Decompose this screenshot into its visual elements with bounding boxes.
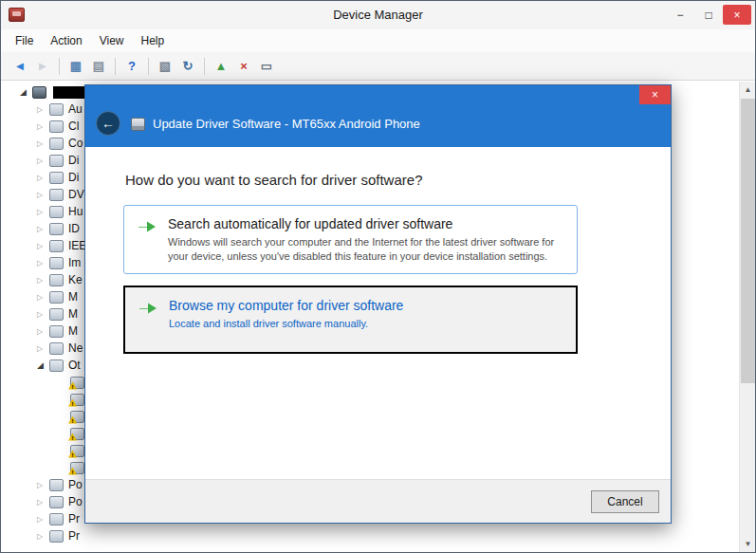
warning-icon: ! [68, 399, 77, 407]
expand-arrow-icon[interactable]: ▷ [37, 259, 49, 267]
tree-item-label: M [68, 307, 78, 321]
option-browse-computer[interactable]: Browse my computer for driver software L… [123, 286, 578, 354]
tree-item-label: Im [68, 256, 81, 269]
toolbar-separator [59, 58, 60, 75]
expand-arrow-icon[interactable]: ▷ [37, 105, 49, 114]
device-category-icon [49, 138, 64, 150]
tree-item-label: Co [68, 137, 83, 150]
tree-item-label: Ke [68, 273, 83, 286]
window-close-button[interactable]: × [723, 5, 751, 25]
toolbar-separator [148, 58, 149, 75]
expand-arrow-icon[interactable]: ▷ [37, 498, 49, 507]
tree-item[interactable]: ▷Pr [1, 527, 739, 544]
device-category-icon [49, 479, 64, 491]
update-driver-icon[interactable]: ▲ [211, 56, 231, 77]
menu-action[interactable]: Action [42, 31, 90, 50]
option-description: Locate and install driver software manua… [169, 317, 562, 331]
tree-item-label: Cl [68, 120, 79, 133]
tree-item-label: Ne [68, 341, 83, 355]
expand-arrow-icon[interactable]: ▷ [37, 191, 49, 199]
hid-icon [49, 206, 64, 218]
tree-item-label: Hu [68, 205, 83, 218]
toolbar-icons: ◄►▦▤?▧↻▲×▭ [9, 56, 278, 77]
toolbar-separator [115, 58, 116, 75]
window-title: Device Manager [1, 8, 755, 22]
tree-item-label: Di [68, 154, 79, 167]
dialog-heading: How do you want to search for driver sof… [125, 172, 671, 188]
expand-arrow-icon[interactable]: ▷ [37, 208, 49, 216]
scroll-up-icon[interactable]: ▲ [740, 82, 756, 98]
green-arrow-icon [137, 217, 157, 236]
expand-arrow-icon[interactable]: ▷ [37, 327, 49, 336]
back-button[interactable]: ← [96, 111, 120, 136]
show-console-tree-icon[interactable]: ▦ [65, 56, 86, 77]
unknown-category-icon [49, 359, 64, 372]
back-icon[interactable]: ◄ [9, 56, 30, 77]
expand-arrow-icon[interactable]: ▷ [37, 276, 49, 285]
tree-item-label: Di [68, 171, 79, 184]
forward-icon: ► [32, 56, 53, 77]
cancel-button[interactable]: Cancel [591, 490, 659, 513]
vertical-scrollbar[interactable]: ▲ ▼ [739, 82, 755, 552]
ide-controller-icon [49, 223, 64, 235]
expand-arrow-icon[interactable]: ▷ [37, 242, 49, 250]
scroll-down-icon[interactable]: ▼ [740, 536, 756, 552]
network-adapter-icon [49, 342, 64, 355]
unknown-device-warning-icon: ! [70, 462, 84, 474]
computer-icon [32, 86, 46, 99]
option-title: Browse my computer for driver software [169, 298, 562, 313]
collapse-arrow-icon[interactable]: ◢ [20, 87, 32, 97]
expand-arrow-icon[interactable]: ▷ [37, 515, 49, 524]
toolbar: ◄►▦▤?▧↻▲×▭ [1, 52, 755, 81]
unknown-device-warning-icon: ! [70, 445, 84, 457]
tree-item-label: Ot [68, 359, 81, 372]
expand-arrow-icon[interactable]: ▷ [37, 293, 49, 302]
monitor-icon [49, 308, 64, 321]
expand-arrow-icon[interactable]: ▷ [37, 174, 49, 182]
uninstall-device-icon[interactable]: × [233, 56, 254, 77]
disable-device-icon[interactable]: ▭ [256, 56, 277, 77]
device-category-icon [49, 496, 64, 508]
expand-arrow-icon[interactable]: ▷ [37, 344, 49, 353]
tree-item-label: M [68, 290, 78, 304]
menu-bar: File Action View Help [1, 29, 755, 52]
dialog-close-button[interactable]: × [639, 85, 671, 104]
menu-help[interactable]: Help [133, 31, 174, 50]
expand-arrow-icon[interactable]: ▷ [37, 481, 49, 489]
properties-icon[interactable]: ▤ [88, 56, 109, 77]
tree-item-label: Pr [68, 512, 80, 525]
scan-hardware-changes-icon[interactable]: ↻ [177, 56, 198, 77]
driver-icon [131, 118, 145, 131]
scrollbar-thumb[interactable] [741, 99, 755, 383]
option-search-automatically[interactable]: Search automatically for updated driver … [123, 205, 578, 274]
tree-item-label: Po [68, 478, 83, 491]
devices-by-type-icon[interactable]: ▧ [155, 56, 175, 77]
dialog-title: Update Driver Software - MT65xx Android … [153, 117, 420, 131]
warning-icon: ! [68, 468, 77, 475]
tree-item-label: Po [68, 495, 83, 508]
dvd-drive-icon [49, 189, 64, 201]
window-titlebar: Device Manager − □ × [1, 1, 755, 29]
update-driver-dialog: × ← Update Driver Software - MT65xx Andr… [84, 84, 672, 524]
expand-arrow-icon[interactable]: ▷ [37, 225, 49, 233]
expand-arrow-icon[interactable]: ▷ [37, 122, 49, 131]
minimize-button[interactable]: − [666, 5, 694, 25]
tree-item-label: DV [68, 188, 84, 201]
collapse-arrow-icon[interactable]: ◢ [37, 360, 49, 370]
keyboard-icon [49, 274, 64, 286]
ieee1394-icon [49, 240, 64, 252]
option-description: Windows will search your computer and th… [168, 235, 563, 263]
dialog-body: How do you want to search for driver sof… [85, 147, 671, 479]
menu-view[interactable]: View [91, 31, 133, 50]
expand-arrow-icon[interactable]: ▷ [37, 532, 49, 541]
expand-arrow-icon[interactable]: ▷ [37, 139, 49, 148]
maximize-button[interactable]: □ [694, 5, 723, 25]
help-icon[interactable]: ? [121, 56, 142, 77]
dialog-title-row: Update Driver Software - MT65xx Android … [131, 117, 420, 131]
menu-file[interactable]: File [7, 31, 42, 50]
warning-icon: ! [68, 433, 77, 441]
expand-arrow-icon[interactable]: ▷ [37, 157, 49, 165]
device-manager-window: Device Manager − □ × File Action View He… [0, 0, 756, 553]
expand-arrow-icon[interactable]: ▷ [37, 310, 49, 319]
device-category-icon [49, 325, 64, 338]
